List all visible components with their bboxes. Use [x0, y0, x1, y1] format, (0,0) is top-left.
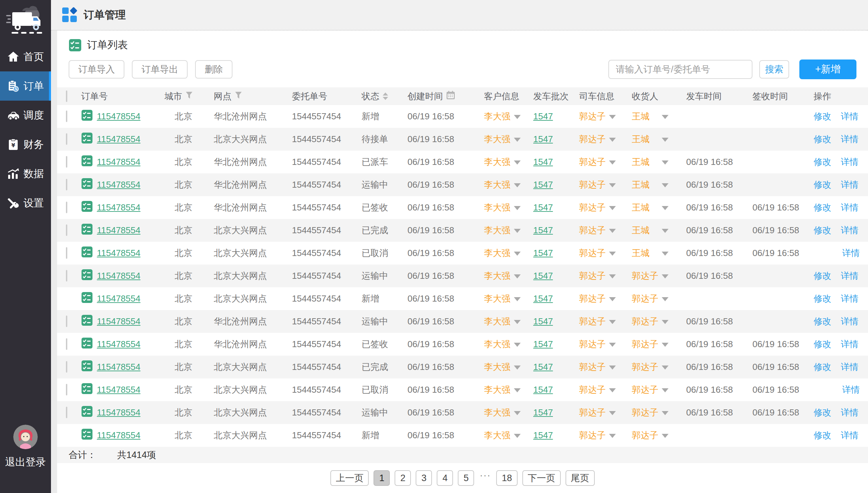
edit-link[interactable]: 修改	[814, 111, 831, 121]
receiver-dropdown[interactable]: 郭达子	[632, 316, 658, 326]
details-link[interactable]: 详情	[841, 225, 858, 235]
chevron-down-icon[interactable]	[514, 252, 521, 256]
details-link[interactable]: 详情	[841, 180, 858, 190]
prev-page-button[interactable]: 上一页	[330, 470, 369, 486]
driver-dropdown[interactable]: 郭达子	[579, 430, 606, 440]
details-link[interactable]: 详情	[842, 385, 860, 395]
batch-link[interactable]: 1547	[533, 430, 553, 440]
details-link[interactable]: 详情	[841, 362, 858, 372]
details-link[interactable]: 详情	[841, 407, 858, 418]
row-checkbox[interactable]	[66, 202, 67, 213]
driver-dropdown[interactable]: 郭达子	[579, 362, 606, 372]
row-checkbox[interactable]	[66, 156, 67, 168]
order-no-link[interactable]: 115478554	[97, 271, 140, 281]
chevron-down-icon[interactable]	[662, 388, 669, 392]
filter-icon[interactable]	[186, 91, 193, 102]
filter-icon[interactable]	[235, 91, 242, 102]
edit-link[interactable]: 修改	[814, 225, 831, 235]
details-link[interactable]: 详情	[841, 111, 858, 121]
driver-dropdown[interactable]: 郭达子	[579, 134, 606, 144]
order-no-link[interactable]: 115478554	[97, 248, 140, 258]
sort-icon[interactable]	[383, 92, 388, 100]
customer-dropdown[interactable]: 李大强	[484, 316, 510, 326]
driver-dropdown[interactable]: 郭达子	[579, 339, 606, 349]
chevron-down-icon[interactable]	[662, 252, 669, 256]
edit-link[interactable]: 修改	[814, 293, 831, 304]
receiver-dropdown[interactable]: 王城	[632, 202, 649, 213]
driver-dropdown[interactable]: 郭达子	[579, 407, 606, 418]
batch-link[interactable]: 1547	[533, 134, 553, 144]
order-no-link[interactable]: 115478554	[97, 111, 140, 122]
customer-dropdown[interactable]: 李大强	[484, 385, 510, 395]
batch-link[interactable]: 1547	[533, 316, 553, 326]
driver-dropdown[interactable]: 郭达子	[579, 111, 606, 121]
chevron-down-icon[interactable]	[609, 138, 616, 142]
details-link[interactable]: 详情	[841, 430, 858, 440]
chevron-down-icon[interactable]	[609, 343, 616, 347]
order-no-link[interactable]: 115478554	[97, 225, 140, 236]
edit-link[interactable]: 修改	[814, 339, 831, 349]
edit-link[interactable]: 修改	[814, 271, 831, 281]
customer-dropdown[interactable]: 李大强	[484, 111, 510, 121]
row-checkbox[interactable]	[66, 111, 67, 122]
chevron-down-icon[interactable]	[662, 434, 669, 438]
order-no-link[interactable]: 115478554	[97, 157, 140, 167]
driver-dropdown[interactable]: 郭达子	[579, 202, 606, 213]
chevron-down-icon[interactable]	[662, 206, 669, 210]
chevron-down-icon[interactable]	[662, 411, 669, 415]
driver-dropdown[interactable]: 郭达子	[579, 225, 606, 235]
batch-link[interactable]: 1547	[533, 293, 553, 304]
customer-dropdown[interactable]: 李大强	[484, 157, 510, 167]
row-checkbox[interactable]	[66, 247, 67, 259]
chevron-down-icon[interactable]	[609, 388, 616, 392]
chevron-down-icon[interactable]	[514, 229, 521, 233]
sidebar-item-首页[interactable]: 首页	[0, 42, 51, 71]
batch-link[interactable]: 1547	[533, 271, 553, 281]
chevron-down-icon[interactable]	[514, 274, 521, 278]
edit-link[interactable]: 修改	[814, 430, 831, 440]
chevron-down-icon[interactable]	[662, 115, 669, 119]
order-no-link[interactable]: 115478554	[97, 362, 140, 372]
order-no-link[interactable]: 115478554	[97, 134, 140, 144]
driver-dropdown[interactable]: 郭达子	[579, 316, 606, 326]
search-button[interactable]: 搜索	[759, 60, 789, 79]
sidebar-item-设置[interactable]: 设置	[0, 188, 51, 218]
order-no-link[interactable]: 115478554	[97, 385, 140, 395]
edit-link[interactable]: 修改	[814, 407, 831, 418]
chevron-down-icon[interactable]	[609, 297, 616, 301]
page-button-2[interactable]: 2	[395, 470, 411, 486]
batch-link[interactable]: 1547	[533, 407, 553, 418]
logout-area[interactable]: 退出登录	[0, 425, 51, 469]
page-button-1[interactable]: 1	[374, 470, 390, 486]
edit-link[interactable]: 修改	[814, 316, 831, 326]
search-input[interactable]	[608, 60, 752, 79]
details-link[interactable]: 详情	[841, 157, 858, 167]
order-no-link[interactable]: 115478554	[97, 202, 140, 213]
page-button-5[interactable]: 5	[458, 470, 474, 486]
receiver-dropdown[interactable]: 王城	[632, 157, 649, 167]
chevron-down-icon[interactable]	[514, 434, 521, 438]
chevron-down-icon[interactable]	[662, 274, 669, 278]
sidebar-item-调度[interactable]: 调度	[0, 101, 51, 130]
chevron-down-icon[interactable]	[609, 206, 616, 210]
chevron-down-icon[interactable]	[514, 115, 521, 119]
receiver-dropdown[interactable]: 王城	[632, 225, 649, 235]
chevron-down-icon[interactable]	[662, 160, 669, 165]
chevron-down-icon[interactable]	[609, 229, 616, 233]
chevron-down-icon[interactable]	[514, 206, 521, 210]
edit-link[interactable]: 修改	[814, 202, 831, 213]
batch-link[interactable]: 1547	[533, 362, 553, 372]
add-new-button[interactable]: +新增	[799, 60, 856, 79]
driver-dropdown[interactable]: 郭达子	[579, 293, 606, 304]
chevron-down-icon[interactable]	[514, 138, 521, 142]
chevron-down-icon[interactable]	[514, 366, 521, 370]
row-checkbox[interactable]	[66, 133, 67, 145]
order-no-link[interactable]: 115478554	[97, 339, 140, 350]
chevron-down-icon[interactable]	[662, 229, 669, 233]
driver-dropdown[interactable]: 郭达子	[579, 271, 606, 281]
sidebar-item-数据[interactable]: 数据	[0, 159, 51, 188]
receiver-dropdown[interactable]: 郭达子	[632, 339, 658, 349]
order-no-link[interactable]: 115478554	[97, 293, 140, 304]
sidebar-item-财务[interactable]: ¥财务	[0, 130, 51, 159]
batch-link[interactable]: 1547	[533, 202, 553, 213]
